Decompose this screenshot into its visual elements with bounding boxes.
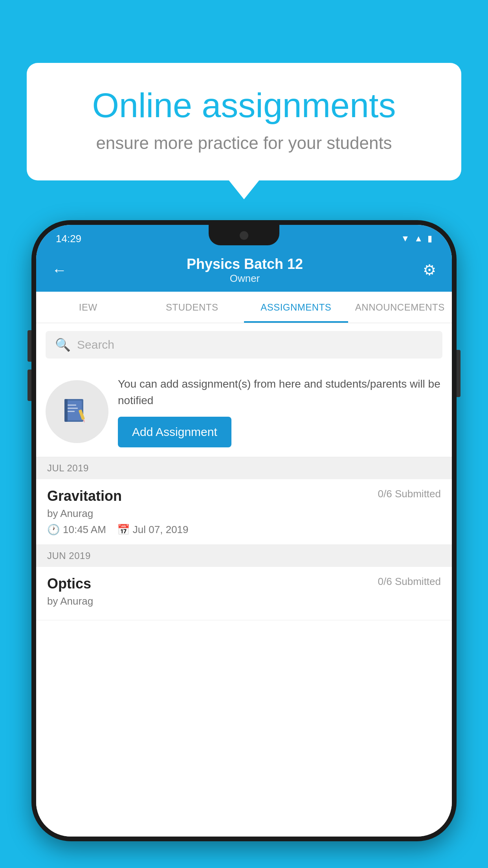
info-section: You can add assignment(s) from here and … xyxy=(36,366,452,457)
svg-rect-2 xyxy=(64,399,68,422)
phone-container: 14:29 ▼ ▲ ▮ ← Physics Batch 12 Owner ⚙ xyxy=(31,220,457,841)
phone-screen: 14:29 ▼ ▲ ▮ ← Physics Batch 12 Owner ⚙ xyxy=(36,225,452,837)
assignment-title-optics: Optics xyxy=(47,576,91,592)
content-area: 🔍 Search xyxy=(36,323,452,837)
svg-rect-4 xyxy=(68,408,78,409)
assignment-author-gravitation: by Anurag xyxy=(47,508,441,520)
tab-students[interactable]: STUDENTS xyxy=(140,292,244,323)
signal-icon: ▲ xyxy=(414,234,423,244)
tab-announcements[interactable]: ANNOUNCEMENTS xyxy=(348,292,452,323)
svg-rect-3 xyxy=(68,405,76,406)
search-bar: 🔍 Search xyxy=(36,323,452,366)
status-time: 14:29 xyxy=(56,233,81,245)
speech-bubble-title: Online assignments xyxy=(58,86,430,125)
tab-assignments[interactable]: ASSIGNMENTS xyxy=(244,292,348,323)
clock-icon: 🕐 xyxy=(47,524,60,536)
info-description: You can add assignment(s) from here and … xyxy=(118,376,442,409)
speech-bubble-subtitle: ensure more practice for your students xyxy=(58,133,430,153)
assignment-date-gravitation: 📅 Jul 07, 2019 xyxy=(117,524,189,536)
svg-rect-5 xyxy=(68,411,75,412)
phone-camera xyxy=(240,231,248,240)
tab-iew[interactable]: IEW xyxy=(36,292,140,323)
app-bar-title: Physics Batch 12 Owner xyxy=(187,256,303,285)
speech-bubble-container: Online assignments ensure more practice … xyxy=(27,63,461,180)
batch-subtitle: Owner xyxy=(187,272,303,285)
assignment-title-gravitation: Gravitation xyxy=(47,488,122,504)
assignment-icon-circle xyxy=(46,380,108,443)
batch-title: Physics Batch 12 xyxy=(187,256,303,272)
phone-outer: 14:29 ▼ ▲ ▮ ← Physics Batch 12 Owner ⚙ xyxy=(31,220,457,841)
info-text: You can add assignment(s) from here and … xyxy=(118,376,442,447)
calendar-icon: 📅 xyxy=(117,524,130,536)
battery-icon: ▮ xyxy=(427,234,432,244)
search-input-container[interactable]: 🔍 Search xyxy=(46,331,442,359)
power-button xyxy=(457,350,460,397)
month-separator-jun: JUN 2019 xyxy=(36,545,452,567)
notebook-icon xyxy=(61,396,93,427)
tab-bar: IEW STUDENTS ASSIGNMENTS ANNOUNCEMENTS xyxy=(36,292,452,323)
assignment-author-optics: by Anurag xyxy=(47,595,441,607)
assignment-item-optics[interactable]: Optics 0/6 Submitted by Anurag xyxy=(36,567,452,620)
back-button[interactable]: ← xyxy=(52,262,67,279)
assignment-meta-gravitation: 🕐 10:45 AM 📅 Jul 07, 2019 xyxy=(47,524,441,536)
speech-bubble: Online assignments ensure more practice … xyxy=(27,63,461,180)
settings-icon[interactable]: ⚙ xyxy=(423,261,436,279)
assignment-item-header: Gravitation 0/6 Submitted xyxy=(47,488,441,504)
search-icon: 🔍 xyxy=(55,337,71,352)
assignment-submitted-gravitation: 0/6 Submitted xyxy=(378,488,441,500)
phone-notch xyxy=(209,225,279,245)
wifi-icon: ▼ xyxy=(401,234,409,244)
status-icons: ▼ ▲ ▮ xyxy=(401,234,432,244)
volume-up-button xyxy=(28,330,31,362)
assignment-submitted-optics: 0/6 Submitted xyxy=(378,576,441,588)
svg-marker-7 xyxy=(83,419,85,423)
assignment-item-gravitation[interactable]: Gravitation 0/6 Submitted by Anurag 🕐 10… xyxy=(36,479,452,545)
search-placeholder: Search xyxy=(77,338,114,351)
assignment-item-header-optics: Optics 0/6 Submitted xyxy=(47,576,441,592)
add-assignment-button[interactable]: Add Assignment xyxy=(118,417,231,447)
assignment-time-gravitation: 🕐 10:45 AM xyxy=(47,524,106,536)
volume-down-button xyxy=(28,370,31,401)
month-separator-jul: JUL 2019 xyxy=(36,457,452,479)
app-bar: ← Physics Batch 12 Owner ⚙ xyxy=(36,248,452,292)
